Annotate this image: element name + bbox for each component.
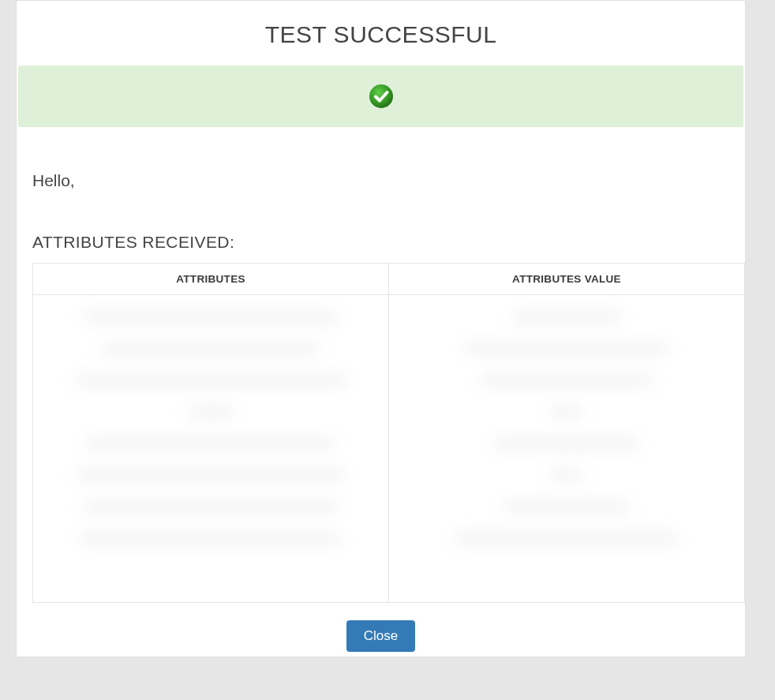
table-header-attributes-value: ATTRIBUTES VALUE bbox=[389, 264, 745, 295]
result-panel: TEST SUCCESSFUL bbox=[16, 0, 746, 657]
action-row: Close bbox=[17, 603, 745, 657]
horizontal-scroll-container[interactable]: TEST SUCCESSFUL bbox=[0, 0, 775, 687]
attributes-table: ATTRIBUTES ATTRIBUTES VALUE bbox=[32, 263, 745, 603]
table-row bbox=[33, 295, 745, 603]
success-check-icon bbox=[369, 84, 394, 109]
svg-point-0 bbox=[369, 84, 393, 108]
attributes-cell-redacted bbox=[33, 295, 389, 603]
success-band bbox=[18, 66, 743, 127]
table-header-attributes: ATTRIBUTES bbox=[33, 264, 389, 295]
attributes-value-cell-redacted bbox=[389, 295, 745, 603]
greeting-text: Hello, bbox=[17, 127, 745, 198]
close-button[interactable]: Close bbox=[346, 620, 415, 652]
page-title: TEST SUCCESSFUL bbox=[17, 1, 745, 66]
attributes-heading: ATTRIBUTES RECEIVED: bbox=[17, 198, 745, 263]
